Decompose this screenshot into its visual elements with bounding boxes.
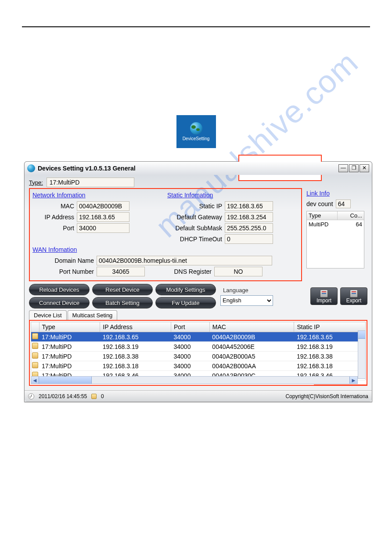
- static-ip-label: Static IP: [167, 203, 222, 210]
- link-mini-table[interactable]: Type Co... MultiPD 64: [306, 211, 364, 268]
- window-title: Devices Setting v1.0.5.13 General: [38, 165, 136, 172]
- table-row[interactable]: 17:MultiPD192.168.3.18340000040A2B000AA1…: [31, 361, 366, 371]
- device-icon: [32, 333, 38, 339]
- port-label: Port: [32, 225, 74, 232]
- connect-device-button[interactable]: Connect Device: [29, 297, 90, 308]
- ip-label: IP Address: [32, 214, 74, 221]
- mac-value: 0040A2B0009B: [77, 201, 129, 211]
- col-port[interactable]: Port: [171, 322, 210, 332]
- link-info-title: Link Info: [306, 190, 367, 197]
- horizontal-scrollbar[interactable]: ◄ ►: [31, 376, 358, 384]
- fw-update-button[interactable]: Fw Update: [155, 297, 216, 308]
- language-select[interactable]: English: [220, 295, 273, 306]
- info-red-box: Network Infomation MAC0040A2B0009B IP Ad…: [29, 188, 302, 281]
- device-icon: [32, 352, 38, 359]
- port-value: 34000: [77, 223, 129, 233]
- reload-devices-button[interactable]: Reload Devices: [29, 284, 90, 295]
- gateway-value: 192.168.3.254: [225, 212, 273, 222]
- portnum-label: Port Number: [32, 268, 94, 275]
- device-list-box: Type IP Address Port MAC Static IP 17:Mu…: [29, 320, 367, 386]
- status-time: 2011/02/16 14:45:55: [39, 393, 87, 399]
- desktop-icon-device-setting[interactable]: DeviceSetting: [176, 115, 216, 148]
- vertical-scrollbar[interactable]: [358, 330, 366, 379]
- col-type[interactable]: Type: [39, 322, 100, 332]
- scroll-right-icon[interactable]: ►: [349, 377, 357, 384]
- titlebar[interactable]: Devices Setting v1.0.5.13 General — ❐ ✕: [25, 162, 372, 175]
- device-icon: [32, 362, 38, 368]
- language-label: Language: [223, 287, 275, 294]
- statusbar: 2011/02/16 14:45:55 0 Copyright(C)Vision…: [25, 390, 372, 402]
- clock-icon: [28, 393, 34, 399]
- table-row[interactable]: 17:MultiPD192.168.3.38340000040A2B000A51…: [31, 352, 366, 361]
- type-value: 17:MultiPD: [47, 178, 134, 187]
- submask-label: Default SubMask: [167, 225, 222, 232]
- static-info-title: Static Infomation: [167, 192, 298, 199]
- portnum-value: 34065: [97, 267, 145, 276]
- mini-col-count: Co...: [338, 211, 364, 220]
- static-ip-value: 192.168.3.65: [225, 201, 273, 211]
- globe-icon: [190, 122, 202, 134]
- import-button[interactable]: Import: [310, 287, 338, 305]
- import-icon: [320, 290, 328, 297]
- app-globe-icon: [27, 164, 35, 172]
- annotation-callout-bottom: [314, 385, 367, 386]
- col-static-ip[interactable]: Static IP: [294, 322, 366, 332]
- dhcp-value: 0: [225, 234, 273, 244]
- mac-label: MAC: [32, 203, 74, 210]
- close-button[interactable]: ✕: [360, 164, 369, 172]
- status-lock-count: 0: [101, 393, 104, 399]
- lock-icon: [91, 394, 97, 399]
- domain-label: Domain Name: [32, 257, 94, 264]
- modify-settings-button[interactable]: Modify Settings: [155, 284, 216, 295]
- domain-value: 0040A2B0009B.homeplus-tii.net: [97, 256, 272, 265]
- table-row[interactable]: 17:MultiPD192.168.3.65340000040A2B0009B1…: [31, 332, 366, 342]
- col-mac[interactable]: MAC: [209, 322, 294, 332]
- export-button[interactable]: Export: [340, 287, 367, 305]
- desktop-icon-label: DeviceSetting: [183, 136, 210, 141]
- submask-value: 255.255.255.0: [225, 223, 273, 233]
- tab-multicast[interactable]: Multicast Seting: [68, 310, 118, 320]
- col-ip[interactable]: IP Address: [100, 322, 171, 332]
- dns-label: DNS Register: [163, 268, 212, 275]
- minimize-button[interactable]: —: [338, 164, 348, 172]
- device-list-table[interactable]: Type IP Address Port MAC Static IP 17:Mu…: [31, 322, 366, 381]
- mini-row-type: MultiPD: [307, 220, 338, 229]
- network-info-title: Network Infomation: [32, 192, 164, 199]
- status-copyright: Copyright(C)VisionSoft Internationa: [285, 393, 368, 399]
- scroll-left-icon[interactable]: ◄: [31, 377, 39, 384]
- reset-device-button[interactable]: Reset Device: [92, 284, 153, 295]
- type-label: Type:: [29, 179, 43, 186]
- devcount-value: 64: [336, 200, 351, 208]
- gateway-label: Default Gateway: [167, 214, 222, 221]
- dhcp-label: DHCP TimeOut: [167, 236, 222, 243]
- app-window: Devices Setting v1.0.5.13 General — ❐ ✕ …: [24, 161, 372, 402]
- mini-row-count: 64: [338, 220, 364, 229]
- device-icon: [32, 343, 38, 349]
- ip-value: 192.168.3.65: [77, 212, 129, 222]
- dns-value: NO: [214, 267, 263, 276]
- export-icon: [350, 290, 358, 297]
- tab-device-list[interactable]: Device List: [29, 310, 67, 320]
- mini-col-type: Type: [307, 211, 338, 220]
- devcount-label: dev count: [306, 200, 333, 207]
- wan-info-title: WAN Infomation: [32, 246, 298, 253]
- batch-setting-button[interactable]: Batch Setting: [92, 297, 153, 308]
- maximize-button[interactable]: ❐: [349, 164, 359, 172]
- link-info-panel: Link Info dev count 64 Type Co... MultiP: [304, 188, 367, 281]
- table-row[interactable]: 17:MultiPD192.168.3.19340000040A452006E1…: [31, 342, 366, 352]
- page-divider: [22, 26, 370, 27]
